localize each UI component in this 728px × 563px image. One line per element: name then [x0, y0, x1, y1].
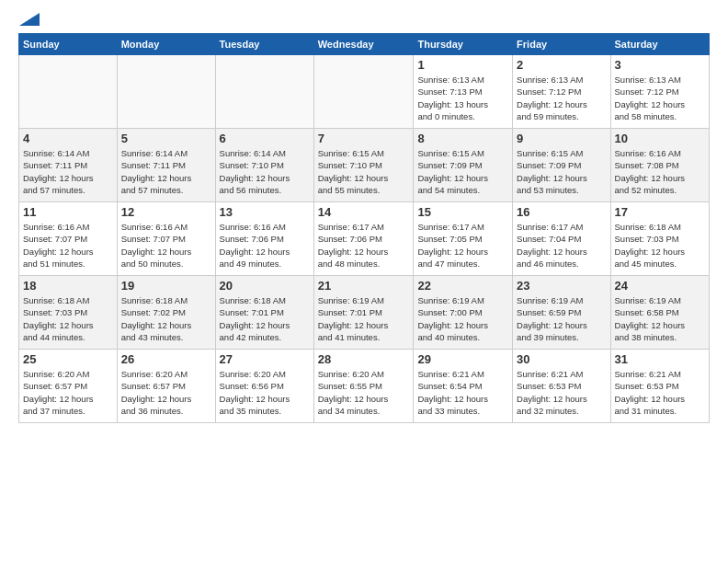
day-info: Sunrise: 6:14 AM Sunset: 7:11 PM Dayligh…: [121, 147, 211, 196]
day-number: 10: [615, 132, 705, 145]
header-tuesday: Tuesday: [215, 34, 313, 55]
table-row: 23Sunrise: 6:19 AM Sunset: 6:59 PM Dayli…: [513, 276, 610, 350]
day-number: 1: [417, 58, 508, 72]
table-row: 9Sunrise: 6:15 AM Sunset: 7:09 PM Daylig…: [513, 129, 610, 202]
day-number: 6: [220, 132, 310, 145]
table-row: 2Sunrise: 6:13 AM Sunset: 7:12 PM Daylig…: [513, 55, 610, 129]
table-row: 13Sunrise: 6:16 AM Sunset: 7:06 PM Dayli…: [215, 202, 313, 276]
header-wednesday: Wednesday: [313, 34, 414, 55]
logo: [18, 15, 40, 26]
day-info: Sunrise: 6:16 AM Sunset: 7:07 PM Dayligh…: [121, 221, 211, 270]
day-info: Sunrise: 6:14 AM Sunset: 7:10 PM Dayligh…: [220, 147, 310, 196]
day-info: Sunrise: 6:18 AM Sunset: 7:03 PM Dayligh…: [23, 294, 113, 343]
day-number: 22: [417, 279, 508, 293]
table-row: 29Sunrise: 6:21 AM Sunset: 6:54 PM Dayli…: [414, 350, 513, 423]
table-row: 7Sunrise: 6:15 AM Sunset: 7:10 PM Daylig…: [313, 129, 414, 202]
table-row: 24Sunrise: 6:19 AM Sunset: 6:58 PM Dayli…: [610, 276, 709, 350]
day-info: Sunrise: 6:19 AM Sunset: 7:00 PM Dayligh…: [417, 294, 508, 343]
day-number: 14: [318, 205, 410, 219]
day-info: Sunrise: 6:13 AM Sunset: 7:12 PM Dayligh…: [517, 74, 606, 122]
day-info: Sunrise: 6:16 AM Sunset: 7:06 PM Dayligh…: [220, 221, 310, 270]
table-row: 18Sunrise: 6:18 AM Sunset: 7:03 PM Dayli…: [19, 276, 118, 350]
days-header-row: Sunday Monday Tuesday Wednesday Thursday…: [19, 34, 710, 55]
day-info: Sunrise: 6:13 AM Sunset: 7:13 PM Dayligh…: [417, 74, 508, 122]
header-saturday: Saturday: [610, 34, 709, 55]
table-row: 20Sunrise: 6:18 AM Sunset: 7:01 PM Dayli…: [215, 276, 313, 350]
day-number: 23: [517, 279, 606, 293]
table-row: 30Sunrise: 6:21 AM Sunset: 6:53 PM Dayli…: [513, 350, 610, 423]
day-info: Sunrise: 6:19 AM Sunset: 7:01 PM Dayligh…: [318, 294, 410, 343]
table-row: 22Sunrise: 6:19 AM Sunset: 7:00 PM Dayli…: [414, 276, 513, 350]
day-info: Sunrise: 6:19 AM Sunset: 6:58 PM Dayligh…: [615, 294, 705, 343]
day-number: 7: [318, 132, 410, 145]
table-row: [313, 55, 414, 129]
header-sunday: Sunday: [19, 34, 118, 55]
table-row: [19, 55, 118, 129]
day-number: 29: [417, 352, 508, 366]
day-number: 16: [517, 205, 606, 219]
day-number: 26: [121, 352, 211, 366]
day-info: Sunrise: 6:14 AM Sunset: 7:11 PM Dayligh…: [23, 147, 113, 196]
calendar-week-row: 25Sunrise: 6:20 AM Sunset: 6:57 PM Dayli…: [19, 350, 710, 423]
day-info: Sunrise: 6:17 AM Sunset: 7:06 PM Dayligh…: [318, 221, 410, 270]
day-number: 9: [517, 132, 606, 145]
day-info: Sunrise: 6:17 AM Sunset: 7:05 PM Dayligh…: [417, 221, 508, 270]
day-info: Sunrise: 6:21 AM Sunset: 6:53 PM Dayligh…: [615, 368, 705, 417]
day-info: Sunrise: 6:18 AM Sunset: 7:01 PM Dayligh…: [220, 294, 310, 343]
day-info: Sunrise: 6:15 AM Sunset: 7:10 PM Dayligh…: [318, 147, 410, 196]
day-number: 19: [121, 279, 211, 293]
header: [18, 15, 710, 26]
day-number: 24: [615, 279, 705, 293]
day-number: 2: [517, 58, 606, 72]
day-info: Sunrise: 6:20 AM Sunset: 6:55 PM Dayligh…: [318, 368, 410, 417]
day-number: 12: [121, 205, 211, 219]
day-info: Sunrise: 6:18 AM Sunset: 7:03 PM Dayligh…: [615, 221, 705, 270]
table-row: [215, 55, 313, 129]
day-number: 28: [318, 352, 410, 366]
table-row: 11Sunrise: 6:16 AM Sunset: 7:07 PM Dayli…: [19, 202, 118, 276]
day-number: 20: [220, 279, 310, 293]
table-row: 1Sunrise: 6:13 AM Sunset: 7:13 PM Daylig…: [414, 55, 513, 129]
table-row: 21Sunrise: 6:19 AM Sunset: 7:01 PM Dayli…: [313, 276, 414, 350]
calendar-week-row: 11Sunrise: 6:16 AM Sunset: 7:07 PM Dayli…: [19, 202, 710, 276]
table-row: 12Sunrise: 6:16 AM Sunset: 7:07 PM Dayli…: [117, 202, 215, 276]
day-number: 13: [220, 205, 310, 219]
day-info: Sunrise: 6:15 AM Sunset: 7:09 PM Dayligh…: [517, 147, 606, 196]
day-number: 18: [23, 279, 113, 293]
day-number: 21: [318, 279, 410, 293]
table-row: 19Sunrise: 6:18 AM Sunset: 7:02 PM Dayli…: [117, 276, 215, 350]
table-row: 26Sunrise: 6:20 AM Sunset: 6:57 PM Dayli…: [117, 350, 215, 423]
table-row: 6Sunrise: 6:14 AM Sunset: 7:10 PM Daylig…: [215, 129, 313, 202]
day-info: Sunrise: 6:20 AM Sunset: 6:57 PM Dayligh…: [121, 368, 211, 417]
table-row: 31Sunrise: 6:21 AM Sunset: 6:53 PM Dayli…: [610, 350, 709, 423]
day-number: 4: [23, 132, 113, 145]
day-number: 30: [517, 352, 606, 366]
calendar: Sunday Monday Tuesday Wednesday Thursday…: [18, 33, 710, 423]
calendar-week-row: 18Sunrise: 6:18 AM Sunset: 7:03 PM Dayli…: [19, 276, 710, 350]
day-number: 5: [121, 132, 211, 145]
day-number: 11: [23, 205, 113, 219]
calendar-week-row: 1Sunrise: 6:13 AM Sunset: 7:13 PM Daylig…: [19, 55, 710, 129]
header-thursday: Thursday: [414, 34, 513, 55]
table-row: 17Sunrise: 6:18 AM Sunset: 7:03 PM Dayli…: [610, 202, 709, 276]
table-row: 15Sunrise: 6:17 AM Sunset: 7:05 PM Dayli…: [414, 202, 513, 276]
table-row: 27Sunrise: 6:20 AM Sunset: 6:56 PM Dayli…: [215, 350, 313, 423]
table-row: 25Sunrise: 6:20 AM Sunset: 6:57 PM Dayli…: [19, 350, 118, 423]
day-info: Sunrise: 6:16 AM Sunset: 7:07 PM Dayligh…: [23, 221, 113, 270]
svg-marker-0: [19, 13, 40, 26]
day-number: 8: [417, 132, 508, 145]
day-info: Sunrise: 6:15 AM Sunset: 7:09 PM Dayligh…: [417, 147, 508, 196]
day-info: Sunrise: 6:20 AM Sunset: 6:56 PM Dayligh…: [220, 368, 310, 417]
table-row: 16Sunrise: 6:17 AM Sunset: 7:04 PM Dayli…: [513, 202, 610, 276]
header-monday: Monday: [117, 34, 215, 55]
day-number: 27: [220, 352, 310, 366]
day-info: Sunrise: 6:16 AM Sunset: 7:08 PM Dayligh…: [615, 147, 705, 196]
table-row: 3Sunrise: 6:13 AM Sunset: 7:12 PM Daylig…: [610, 55, 709, 129]
day-number: 17: [615, 205, 705, 219]
day-info: Sunrise: 6:13 AM Sunset: 7:12 PM Dayligh…: [615, 74, 705, 122]
table-row: 4Sunrise: 6:14 AM Sunset: 7:11 PM Daylig…: [19, 129, 118, 202]
day-number: 15: [417, 205, 508, 219]
table-row: 10Sunrise: 6:16 AM Sunset: 7:08 PM Dayli…: [610, 129, 709, 202]
table-row: 5Sunrise: 6:14 AM Sunset: 7:11 PM Daylig…: [117, 129, 215, 202]
table-row: 14Sunrise: 6:17 AM Sunset: 7:06 PM Dayli…: [313, 202, 414, 276]
